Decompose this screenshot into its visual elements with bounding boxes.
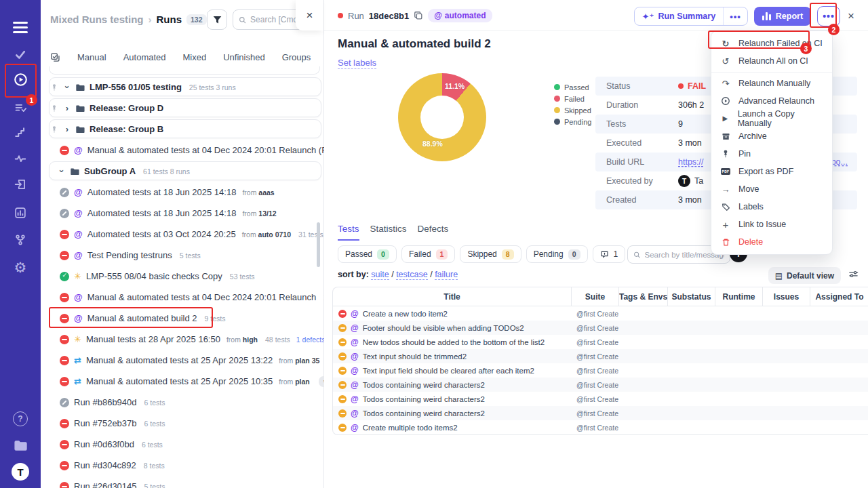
column-header-tags-envs[interactable]: Tags & Envs xyxy=(619,287,668,306)
automated-type-badge[interactable]: @ automated xyxy=(428,9,492,22)
close-panel-button[interactable]: × xyxy=(296,0,323,30)
chip-skipped[interactable]: Skipped8 xyxy=(460,245,521,263)
chevron-down-icon[interactable]: › xyxy=(62,84,73,91)
column-header-substatus[interactable]: Substatus xyxy=(668,287,715,306)
sidebar-item-check[interactable] xyxy=(0,42,41,66)
copy-icon[interactable] xyxy=(414,11,423,20)
sidebar-item-branch[interactable] xyxy=(0,228,41,252)
table-row[interactable]: @Todos containing weird characters2@firs… xyxy=(333,378,868,392)
menu-item-link-to-issue[interactable]: +Link to Issue xyxy=(711,216,832,233)
close-detail-icon[interactable]: × xyxy=(848,9,854,23)
run-list-item[interactable]: @Manual & automated tests at 04 Dec 2024… xyxy=(41,140,324,161)
chevron-right-icon[interactable]: › xyxy=(64,124,71,134)
menu-item-pin[interactable]: Pin xyxy=(711,145,832,163)
sidebar-item-avatar[interactable]: T xyxy=(0,460,41,484)
runs-tab-unfinished[interactable]: Unfinished xyxy=(223,52,264,62)
run-list-item[interactable]: @Automated tests at 18 Jun 2025 14:18fro… xyxy=(41,182,324,203)
run-list-item[interactable]: ⇄Manual & automated tests at 25 Apr 2025… xyxy=(41,350,324,371)
filter-button[interactable] xyxy=(207,9,227,30)
column-header-title[interactable]: Title xyxy=(333,287,572,306)
menu-item-launch-a-copy-manually[interactable]: ▶Launch a Copy Manually xyxy=(711,110,832,127)
chevron-down-icon[interactable]: › xyxy=(57,168,67,175)
sidebar-item-bar-chart[interactable] xyxy=(0,201,41,225)
run-group-row[interactable]: ›LMP-556 01/05 testing25 tests 3 runs xyxy=(41,77,324,98)
table-row[interactable]: @Create a new todo item2@first Create ..… xyxy=(333,306,868,321)
run-group-row[interactable]: ›SubGroup A61 tests 8 runs xyxy=(41,161,324,182)
build-url-link-tail[interactable]: po... xyxy=(831,157,848,167)
sidebar-item-help[interactable]: ? xyxy=(0,407,41,431)
sort-by-testcase[interactable]: testcase xyxy=(396,270,428,280)
sidebar-item-steps[interactable] xyxy=(0,120,41,144)
run-list-item[interactable]: @Manual & automated tests at 04 Dec 2024… xyxy=(41,287,324,308)
runs-tab-automated[interactable]: Automated xyxy=(123,52,166,62)
table-row[interactable]: @Todos containing weird characters2@firs… xyxy=(333,406,868,420)
run-list-item[interactable]: @Automated tests at 18 Jun 2025 14:18fro… xyxy=(41,203,324,224)
comments-chip[interactable]: 1 xyxy=(593,245,626,263)
menu-item-relaunch-manually[interactable]: ↷Relaunch Manually xyxy=(711,75,832,92)
chevron-right-icon[interactable]: › xyxy=(64,103,71,113)
run-list-item[interactable]: @Manual & automated build 29 tests xyxy=(41,308,324,329)
sidebar-item-sign-in[interactable] xyxy=(0,172,41,197)
chip-pending[interactable]: Pending0 xyxy=(526,245,588,263)
sidebar-item-folder[interactable] xyxy=(0,433,41,458)
breadcrumb-page[interactable]: Runs xyxy=(157,14,182,25)
run-list-item[interactable]: Run #752eb37b6 tests xyxy=(41,413,324,434)
defects-link[interactable]: 1 defects xyxy=(296,336,324,344)
run-more-actions-button[interactable]: ••• xyxy=(817,6,840,26)
table-row[interactable]: @Footer should be visible when adding TO… xyxy=(333,321,868,335)
run-list-item[interactable]: @Automated tests at 03 Oct 2024 20:25fro… xyxy=(41,224,324,245)
select-all-icon[interactable] xyxy=(50,52,60,62)
view-selector-button[interactable]: ▤ Default view xyxy=(768,267,841,284)
menu-item-export-as-pdf[interactable]: PDFExport as PDF xyxy=(711,163,832,180)
runs-tab-groups[interactable]: Groups xyxy=(282,52,311,62)
runs-tab-mixed[interactable]: Mixed xyxy=(183,52,207,62)
breadcrumb-project[interactable]: Mixed Runs testing xyxy=(50,14,144,25)
sidebar-item-menu[interactable] xyxy=(0,15,41,39)
run-summary-more-button[interactable]: ••• xyxy=(723,7,747,25)
run-list-item[interactable]: Run #b86b940d6 tests xyxy=(41,392,324,413)
sort-by-failure[interactable]: failure xyxy=(435,270,458,280)
menu-item-labels[interactable]: Labels xyxy=(711,198,832,216)
run-summary-button[interactable]: ✦⁺ Run Summary xyxy=(635,12,724,22)
menu-item-move[interactable]: →Move xyxy=(711,180,832,198)
menu-item-relaunch-failed-on-ci[interactable]: ↻Relaunch Failed on CI xyxy=(711,35,832,52)
run-group-row[interactable]: ›Release: Group B xyxy=(41,119,324,140)
sidebar-item-gear[interactable]: ⚙ xyxy=(0,255,41,279)
column-header-assigned-to[interactable]: Assigned To xyxy=(810,287,868,306)
chip-passed[interactable]: Passed0 xyxy=(338,245,397,263)
run-list-item[interactable]: ⇄Manual & automated tests at 25 Apr 2025… xyxy=(41,371,324,392)
column-header-suite[interactable]: Suite xyxy=(572,287,619,306)
sidebar-item-play-circle[interactable] xyxy=(0,67,41,92)
runs-tab-manual[interactable]: Manual xyxy=(77,52,106,62)
sort-by-suite[interactable]: suite xyxy=(371,270,389,280)
tab-statistics[interactable]: Statistics xyxy=(370,224,407,241)
table-row[interactable]: @New todos should be added to the bottom… xyxy=(333,335,868,349)
column-header-issues[interactable]: Issues xyxy=(763,287,810,306)
runs-list-scrollbar[interactable] xyxy=(317,222,320,267)
run-list-item[interactable]: ✳Manual tests at 28 Apr 2025 16:50from h… xyxy=(41,329,324,350)
column-header-runtime[interactable]: Runtime xyxy=(715,287,763,306)
run-list-item[interactable]: Run #d304c8928 tests xyxy=(41,455,324,476)
tab-defects[interactable]: Defects xyxy=(418,224,449,241)
run-list-item[interactable]: @Test Pending testruns5 tests xyxy=(41,245,324,266)
run-list-item[interactable]: Run #0d63f0bd6 tests xyxy=(41,434,324,455)
set-labels-link[interactable]: Set labels xyxy=(338,58,376,69)
menu-item-delete[interactable]: Delete xyxy=(711,233,832,251)
run-list-item[interactable]: Run #26d301455 tests xyxy=(41,476,324,488)
menu-item-archive[interactable]: Archive xyxy=(711,127,832,145)
tab-tests[interactable]: Tests xyxy=(338,224,359,241)
column-settings-icon[interactable] xyxy=(848,269,859,279)
menu-item-advanced-relaunch[interactable]: Advanced Relaunch xyxy=(711,92,832,110)
run-list-item[interactable]: ✳LMP-555 08/04 basic checks Copy53 tests xyxy=(41,266,324,287)
menu-item-relaunch-all-on-ci[interactable]: ↺Relaunch All on CI xyxy=(711,52,832,70)
report-button[interactable]: Report xyxy=(754,7,811,26)
sidebar-item-pulse[interactable] xyxy=(0,146,41,171)
table-row[interactable]: @Create multiple todo items2@first Creat… xyxy=(333,420,868,434)
build-url-link[interactable]: https:// xyxy=(678,157,704,167)
run-group-row[interactable]: ›Release: Group D xyxy=(41,98,324,119)
chip-failed[interactable]: Failed1 xyxy=(401,245,456,263)
table-row[interactable]: @Text input field should be cleared afte… xyxy=(333,363,868,378)
table-row[interactable]: @Text input should be trimmed2@first Cre… xyxy=(333,349,868,363)
table-row[interactable]: @Todos containing weird characters2@firs… xyxy=(333,392,868,406)
sidebar-item-list-check[interactable] xyxy=(0,96,41,120)
